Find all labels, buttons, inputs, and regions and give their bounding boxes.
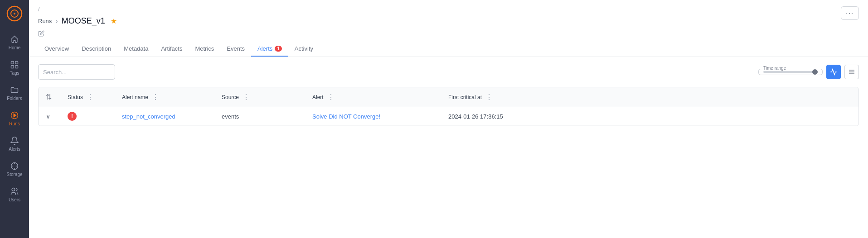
tabs-nav: Overview Description Metadata Artifacts …: [38, 42, 859, 57]
sidebar-item-tags[interactable]: Tags: [2, 56, 27, 80]
content-area: Time range: [29, 57, 868, 238]
breadcrumb-arrow: ›: [55, 17, 58, 25]
alert-name-col-options[interactable]: ⋮: [150, 92, 161, 102]
toolbar: Time range: [38, 64, 859, 80]
status-col-options[interactable]: ⋮: [85, 92, 96, 102]
row-expand-icon[interactable]: ∨: [46, 113, 50, 120]
table-row: ∨ ! step_not_converged events Solve Did: [39, 107, 858, 126]
th-source: Source ⋮: [214, 87, 305, 107]
tab-artifacts[interactable]: Artifacts: [155, 42, 189, 57]
alerts-badge: 1: [275, 46, 282, 52]
row-source-cell: events: [214, 107, 305, 126]
sidebar-item-storage[interactable]: Storage: [2, 157, 27, 181]
breadcrumb: /: [38, 6, 859, 13]
sidebar-item-runs[interactable]: Runs: [2, 107, 27, 130]
th-first-critical: First critical at ⋮: [441, 87, 858, 107]
row-expand-cell: ∨: [39, 107, 60, 126]
sidebar-item-alerts[interactable]: Alerts: [2, 132, 27, 156]
chart-view-button[interactable]: [826, 65, 841, 79]
tab-activity[interactable]: Activity: [288, 42, 320, 57]
time-range-control: Time range: [758, 69, 823, 75]
tab-description[interactable]: Description: [75, 42, 117, 57]
breadcrumb-runs-link[interactable]: Runs: [38, 18, 52, 24]
alerts-table: ⇅ Status ⋮ Alert name ⋮: [38, 87, 859, 126]
title-row: Runs › MOOSE_v1 ★: [38, 16, 859, 26]
row-status-cell: !: [60, 107, 115, 126]
row-alert-name-cell: step_not_converged: [115, 107, 214, 126]
app-logo: [6, 5, 23, 22]
alert-col-options[interactable]: ⋮: [325, 92, 336, 102]
header: / Runs › MOOSE_v1 ★ Overview Description…: [29, 0, 868, 57]
sidebar-item-home[interactable]: Home: [2, 31, 27, 54]
tab-alerts[interactable]: Alerts 1: [251, 42, 288, 57]
breadcrumb-slash: /: [38, 6, 39, 13]
edit-icon[interactable]: [38, 30, 859, 38]
first-critical-col-options[interactable]: ⋮: [484, 92, 495, 102]
toolbar-right: Time range: [758, 65, 859, 79]
more-options-button[interactable]: ···: [841, 6, 859, 20]
row-alert-cell: Solve Did NOT Converge!: [305, 107, 441, 126]
expand-all-icon[interactable]: ⇅: [46, 93, 52, 101]
sidebar: Home Tags Folders Runs Alerts: [0, 0, 29, 238]
status-error-icon: !: [68, 112, 77, 121]
list-view-button[interactable]: [844, 65, 859, 79]
tab-metrics[interactable]: Metrics: [189, 42, 220, 57]
svg-point-9: [12, 188, 15, 191]
th-status: Status ⋮: [60, 87, 115, 107]
svg-rect-4: [15, 62, 18, 64]
tab-metadata[interactable]: Metadata: [117, 42, 155, 57]
tab-overview[interactable]: Overview: [38, 42, 75, 57]
svg-rect-5: [11, 66, 14, 68]
svg-rect-3: [11, 62, 14, 64]
svg-rect-6: [15, 66, 18, 68]
slider-thumb: [812, 69, 818, 75]
table-header-row: ⇅ Status ⋮ Alert name ⋮: [39, 87, 858, 107]
sidebar-item-users[interactable]: Users: [2, 183, 27, 206]
svg-point-2: [14, 13, 15, 14]
alert-detail-link[interactable]: Solve Did NOT Converge!: [312, 113, 380, 120]
search-input[interactable]: [38, 64, 115, 80]
sidebar-item-folders[interactable]: Folders: [2, 81, 27, 105]
row-first-critical-cell: 2024-01-26 17:36:15: [441, 107, 858, 126]
page-title: MOOSE_v1: [62, 16, 105, 26]
time-range-label: Time range: [762, 66, 787, 71]
th-alert-name: Alert name ⋮: [115, 87, 214, 107]
favorite-star-icon[interactable]: ★: [111, 17, 117, 25]
main-content: ··· / Runs › MOOSE_v1 ★ Overview Descrip…: [29, 0, 868, 238]
source-col-options[interactable]: ⋮: [241, 92, 252, 102]
tab-events[interactable]: Events: [220, 42, 251, 57]
th-alert: Alert ⋮: [305, 87, 441, 107]
th-expand: ⇅: [39, 87, 60, 107]
alert-name-link[interactable]: step_not_converged: [122, 113, 175, 120]
time-range-slider[interactable]: [763, 71, 818, 73]
